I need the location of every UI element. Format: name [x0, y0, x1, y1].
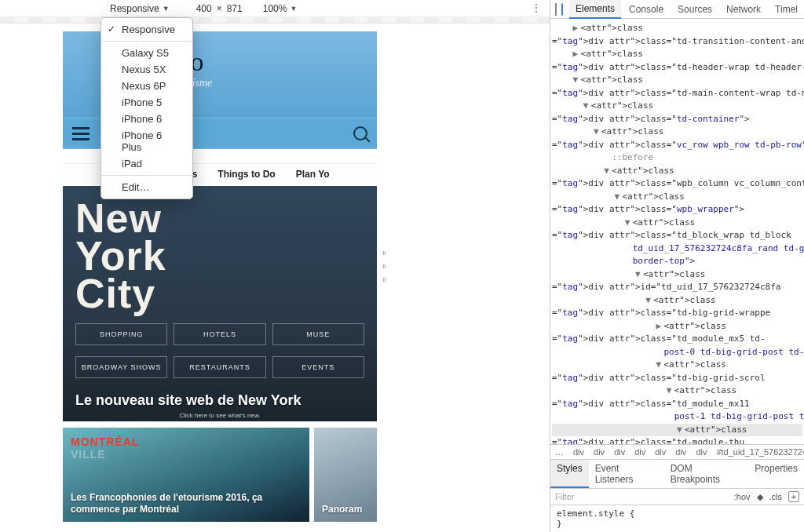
card-title: Les Francophonies de l'etourisme 2016, ç… — [71, 492, 302, 516]
device-mode-icon[interactable] — [561, 3, 563, 16]
card-title: Panoram — [322, 504, 369, 516]
device-menu-item[interactable]: Galaxy S5 — [101, 45, 192, 61]
zoom-value: 100% — [263, 3, 287, 14]
tab-sources[interactable]: Sources — [671, 1, 718, 18]
tab-network[interactable]: Network — [720, 1, 767, 18]
device-menu-item[interactable]: iPad — [101, 155, 192, 172]
hero-subtitle: Click here to see what's new. — [75, 412, 364, 419]
hero-article[interactable]: New York City SHOPPING HOTELS MUSE BROAD… — [63, 186, 377, 421]
device-label: Responsive — [110, 3, 159, 14]
hamburger-icon[interactable] — [72, 127, 90, 140]
device-menu: Responsive Galaxy S5 Nexus 5X Nexus 6P i… — [100, 17, 193, 199]
chevron-down-icon: ▼ — [290, 5, 297, 13]
hov-toggle[interactable]: :hov — [734, 492, 751, 501]
hero-title: Le nouveau site web de New York — [75, 392, 364, 409]
inspect-icon[interactable] — [555, 3, 557, 16]
resize-handle[interactable]: |||||| — [383, 250, 388, 282]
dom-tree[interactable]: ▶<attr">class="tag">div attr">class="td-… — [550, 19, 804, 444]
device-select[interactable]: Responsive ▼ — [110, 3, 170, 14]
new-style-rule-button[interactable]: + — [788, 491, 799, 502]
device-menu-item[interactable]: Nexus 6P — [101, 78, 192, 94]
styles-filter-input[interactable]: Filter — [555, 492, 574, 501]
cls-toggle[interactable]: .cls — [769, 492, 783, 501]
search-icon[interactable] — [353, 126, 367, 140]
tab-timeline[interactable]: Timel — [769, 1, 804, 18]
tab-styles[interactable]: Styles — [550, 460, 589, 488]
zoom-select[interactable]: 100% ▼ — [263, 3, 298, 14]
tab-elements[interactable]: Elements — [569, 0, 621, 19]
hero-headline-l1: New — [75, 200, 364, 238]
hero-cat: HOTELS — [174, 323, 265, 345]
hero-cat: EVENTS — [272, 356, 364, 378]
tab-console[interactable]: Console — [623, 1, 670, 18]
breakpoint-ruler — [0, 17, 550, 24]
hero-headline-l2: York — [75, 238, 364, 275]
hero-cat: MUSE — [272, 323, 364, 345]
hero-headline-l3: City — [75, 275, 364, 313]
styles-pane[interactable]: element.style { } — [550, 505, 804, 532]
device-menu-item[interactable]: iPhone 6 Plus — [101, 127, 192, 155]
viewport-width[interactable]: 400 — [196, 3, 212, 14]
article-card-montreal[interactable]: MONTRÉAL VILLE Les Francophonies de l'et… — [63, 428, 309, 522]
article-card-panorama[interactable]: Panoram — [314, 428, 377, 522]
tab-plan[interactable]: Plan Yo — [296, 169, 330, 180]
viewport-height[interactable]: 871 — [227, 3, 243, 14]
hero-cat: SHOPPING — [75, 323, 167, 345]
tab-dom-breakpoints[interactable]: DOM Breakpoints — [664, 460, 749, 488]
times-glyph: × — [217, 3, 222, 14]
hero-cat: RESTAURANTS — [174, 356, 265, 378]
device-menu-item[interactable]: iPhone 6 — [101, 111, 192, 127]
device-menu-item[interactable]: Nexus 5X — [101, 61, 192, 78]
tab-things[interactable]: Things to Do — [217, 169, 275, 180]
kebab-menu-icon[interactable]: ⋮ — [532, 2, 542, 13]
device-menu-item[interactable]: Responsive — [101, 21, 192, 38]
breadcrumb[interactable]: … div div div div div div div #td_uid_17… — [550, 444, 804, 459]
chevron-down-icon: ▼ — [163, 5, 170, 13]
device-menu-edit[interactable]: Edit… — [101, 179, 192, 195]
hero-cat: BROADWAY SHOWS — [75, 356, 167, 378]
device-menu-item[interactable]: iPhone 5 — [101, 94, 192, 111]
tab-properties[interactable]: Properties — [748, 460, 804, 488]
tab-event-listeners[interactable]: Event Listeners — [589, 460, 664, 488]
pin-icon[interactable]: ◆ — [757, 492, 763, 502]
